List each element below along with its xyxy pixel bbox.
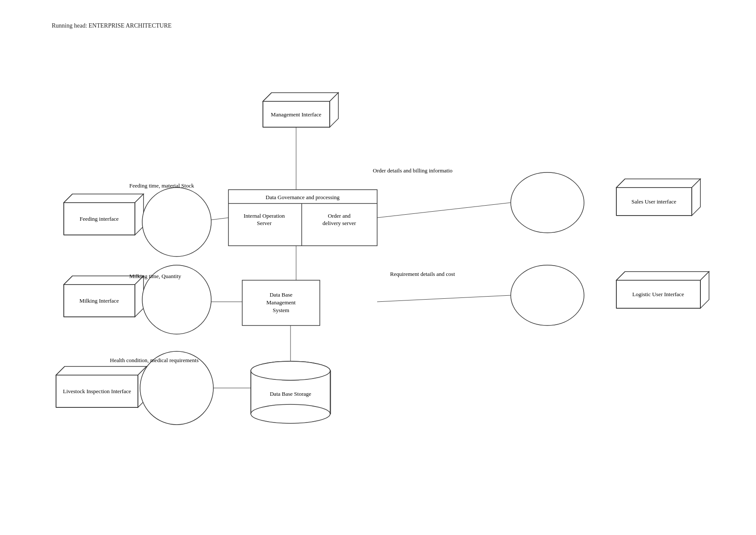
line-db-logistic (377, 295, 511, 302)
logistic-circle (511, 265, 584, 325)
svg-point-50 (251, 361, 330, 380)
data-governance-label: Data Governance and processing (266, 194, 340, 200)
feeding-circle (142, 188, 211, 257)
sales-circle (511, 172, 584, 233)
order-delivery-label1: Order and (328, 213, 351, 219)
db-storage-label: Data Base Storage (270, 391, 311, 397)
sales-interface-box (616, 179, 700, 216)
svg-marker-8 (64, 194, 144, 203)
feeding-interface-box (64, 194, 144, 235)
sales-interface-label: Sales User interface (631, 198, 676, 205)
management-interface-label: Management Interface (271, 111, 322, 118)
db-mgmt-label1: Data Base (269, 291, 292, 298)
order-details-label: Order details and billing informatio (373, 167, 453, 174)
milking-time-label: Milking time, Quantity (129, 273, 181, 279)
internal-ops-label1: Internal Operation (244, 213, 285, 219)
milking-interface-label: Milking Interface (79, 297, 119, 304)
requirement-details-label: Requirement details and cost (390, 271, 455, 277)
svg-marker-22 (56, 366, 147, 375)
management-interface-box (263, 93, 338, 127)
svg-marker-1 (263, 93, 338, 101)
db-mgmt-label2: Management (266, 299, 296, 306)
line-feeding-governance (211, 218, 228, 220)
feeding-interface-label: Feeding interface (80, 216, 119, 222)
line-governance-sales (377, 203, 511, 218)
svg-point-48 (251, 404, 330, 423)
svg-marker-36 (616, 272, 709, 280)
internal-ops-label2: Server (257, 220, 272, 226)
health-condition-label: Health condition, medical requirements (110, 357, 199, 363)
db-mgmt-label3: System (273, 307, 289, 313)
diagram-canvas: Management Interface Feeding interface M… (0, 0, 756, 535)
logistic-interface-box (616, 272, 709, 308)
milking-interface-box (64, 276, 144, 317)
feeding-time-label: Feeding time, material Stock (129, 182, 194, 189)
livestock-interface-box (56, 366, 147, 407)
logistic-interface-label: Logistic User Interface (632, 291, 684, 297)
livestock-interface-label: Livestock Inspection Interface (63, 388, 131, 394)
svg-marker-29 (616, 179, 700, 188)
order-delivery-label2: delivery server (322, 220, 356, 226)
